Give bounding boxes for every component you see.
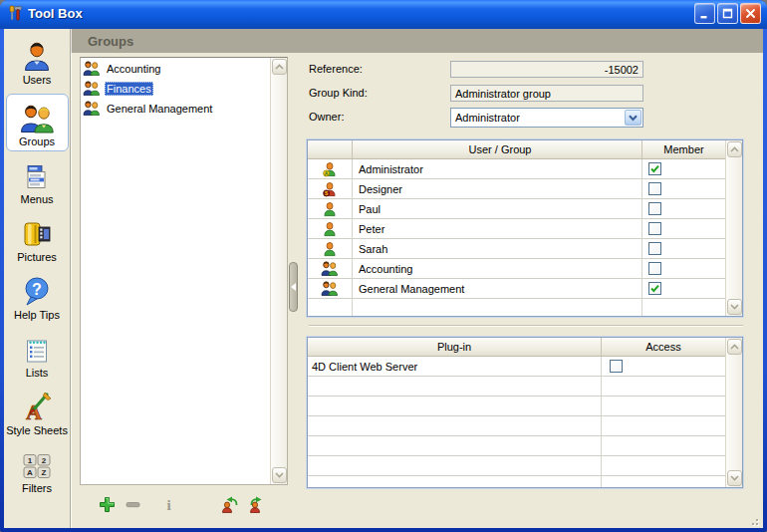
- designer-user-icon: S: [308, 179, 352, 198]
- group-list-item[interactable]: General Management: [81, 99, 270, 119]
- maximize-button[interactable]: [717, 3, 738, 24]
- scroll-up-icon[interactable]: [727, 141, 742, 157]
- group-name: Finances: [105, 82, 153, 96]
- member-column-header: Member: [641, 140, 725, 158]
- admin-user-icon: A: [308, 159, 352, 178]
- group-list-scrollbar[interactable]: [270, 58, 287, 484]
- plugin-row-empty: [308, 397, 725, 416]
- member-row[interactable]: Sarah: [308, 239, 725, 259]
- scroll-down-icon[interactable]: [727, 470, 742, 486]
- owner-value: Administrator: [451, 112, 625, 124]
- member-table: User / Group Member A Administrator: [307, 139, 743, 317]
- scroll-down-icon[interactable]: [272, 467, 287, 483]
- group-name: Accounting: [105, 62, 162, 76]
- tool-box-window: Tool Box Groups: [0, 0, 767, 532]
- load-users-button[interactable]: [221, 495, 239, 513]
- user-import-icon: [221, 496, 239, 513]
- member-checkbox[interactable]: [648, 282, 661, 295]
- member-row[interactable]: Peter: [308, 219, 725, 239]
- reference-label: Reference:: [309, 63, 363, 77]
- scroll-down-icon[interactable]: [727, 299, 742, 315]
- sidebar-item-lists[interactable]: Lists: [6, 329, 69, 383]
- member-row[interactable]: Paul: [308, 199, 725, 219]
- dropdown-button[interactable]: [625, 110, 641, 126]
- sidebar-item-help-tips[interactable]: ? Help Tips: [6, 271, 69, 325]
- sidebar-item-label: Filters: [22, 482, 52, 494]
- delete-group-button[interactable]: [124, 495, 141, 513]
- icon-column-header: [308, 140, 352, 158]
- sidebar-item-menus[interactable]: Menus: [6, 155, 69, 209]
- scroll-up-icon[interactable]: [272, 59, 287, 75]
- sidebar-item-filters[interactable]: 12AZ Filters: [6, 444, 69, 498]
- member-checkbox[interactable]: [648, 202, 661, 215]
- group-list-item[interactable]: Accounting: [81, 59, 270, 79]
- close-button[interactable]: [740, 3, 761, 24]
- pictures-icon: [21, 216, 53, 249]
- titlebar[interactable]: Tool Box: [0, 0, 767, 29]
- member-row[interactable]: A Administrator: [308, 159, 725, 179]
- user-icon: [22, 39, 52, 72]
- member-checkbox[interactable]: [648, 242, 661, 255]
- lists-icon: [23, 332, 51, 365]
- sidebar: Users Groups: [4, 29, 71, 528]
- sidebar-item-label: Menus: [20, 193, 53, 205]
- plugin-row-empty: [308, 377, 725, 397]
- reference-value: -15002: [605, 64, 639, 76]
- member-row[interactable]: General Management: [308, 279, 725, 299]
- svg-text:A: A: [27, 468, 33, 477]
- access-column-header: Access: [601, 338, 725, 356]
- resize-grip[interactable]: [748, 515, 758, 525]
- member-checkbox[interactable]: [648, 262, 661, 275]
- group-icon: [308, 279, 352, 298]
- scroll-up-icon[interactable]: [727, 339, 742, 355]
- sidebar-item-users[interactable]: Users: [6, 36, 69, 90]
- svg-text:i: i: [166, 497, 170, 513]
- group-icon: [83, 81, 101, 98]
- panel-splitter[interactable]: [289, 262, 298, 312]
- plugin-row-empty: [308, 416, 725, 436]
- user-group-name: Designer: [352, 179, 641, 198]
- save-users-button[interactable]: [247, 495, 265, 513]
- user-green-icon: [308, 239, 352, 258]
- plugin-name: 4D Client Web Server: [308, 357, 601, 376]
- minimize-button[interactable]: [694, 3, 715, 24]
- sidebar-item-style-sheets[interactable]: A Style Sheets: [6, 387, 69, 440]
- user-group-name: Sarah: [352, 239, 641, 258]
- group-kind-field[interactable]: Administrator group: [450, 85, 643, 102]
- sidebar-item-label: Pictures: [17, 251, 57, 263]
- window-body: Groups Users: [4, 29, 763, 528]
- owner-label: Owner:: [309, 111, 344, 125]
- svg-text:?: ?: [32, 281, 42, 298]
- member-row[interactable]: S Designer: [308, 179, 725, 199]
- member-checkbox[interactable]: [648, 222, 661, 235]
- check-icon: [649, 283, 660, 294]
- member-checkbox[interactable]: [648, 162, 661, 175]
- group-list-item-selected[interactable]: Finances: [81, 79, 270, 99]
- group-icon: [83, 101, 101, 118]
- sidebar-item-label: Style Sheets: [6, 424, 68, 436]
- check-icon: [649, 163, 660, 174]
- window-title: Tool Box: [28, 6, 694, 21]
- sidebar-item-groups[interactable]: Groups: [6, 94, 69, 151]
- user-group-name: Paul: [352, 199, 641, 218]
- member-table-scrollbar[interactable]: [725, 140, 742, 316]
- group-list-items: Accounting Finances: [81, 58, 270, 484]
- plugin-table: Plug-in Access 4D Client Web Server: [307, 337, 743, 488]
- plugin-row[interactable]: 4D Client Web Server: [308, 357, 725, 377]
- user-green-icon: [308, 199, 352, 218]
- owner-dropdown[interactable]: Administrator: [450, 108, 643, 128]
- reference-field[interactable]: -15002: [450, 61, 643, 78]
- member-checkbox[interactable]: [648, 182, 661, 195]
- access-checkbox[interactable]: [610, 360, 623, 373]
- menus-icon: [24, 158, 50, 191]
- info-button[interactable]: i: [159, 495, 177, 513]
- table-separator: [309, 325, 743, 327]
- user-export-icon: [247, 496, 265, 513]
- group-name: General Management: [105, 102, 214, 116]
- sidebar-item-pictures[interactable]: Pictures: [6, 213, 69, 267]
- plugin-table-scrollbar[interactable]: [725, 338, 742, 487]
- member-row[interactable]: Accounting: [308, 259, 725, 279]
- user-green-icon: [308, 219, 352, 238]
- add-group-button[interactable]: [98, 495, 116, 513]
- toolbox-icon: [7, 5, 23, 23]
